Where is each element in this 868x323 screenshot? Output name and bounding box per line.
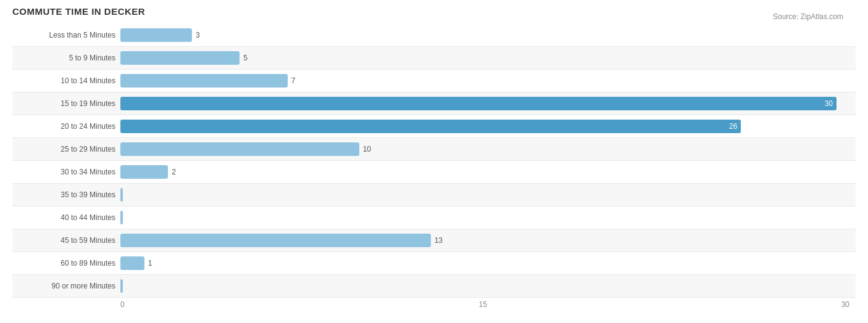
bar-fill: [120, 256, 144, 270]
bar-track: [120, 275, 856, 297]
bar-row: 45 to 59 Minutes13: [12, 229, 856, 252]
bar-track: 26: [120, 115, 856, 137]
bar-value: 26: [729, 122, 737, 131]
chart-title: COMMUTE TIME IN DECKER: [12, 6, 856, 17]
bar-row: 20 to 24 Minutes26: [12, 115, 856, 138]
bar-track: 13: [120, 229, 856, 251]
bar-value: 7: [291, 76, 296, 85]
bar-label: 90 or more Minutes: [12, 282, 120, 290]
bar-row: 35 to 39 Minutes: [12, 184, 856, 206]
bar-row: 40 to 44 Minutes: [12, 206, 856, 229]
bar-label: Less than 5 Minutes: [12, 31, 120, 39]
bar-row: 90 or more Minutes: [12, 275, 856, 298]
bar-row: 25 to 29 Minutes10: [12, 138, 856, 161]
x-axis-label: 0: [120, 300, 125, 309]
bar-track: [120, 206, 856, 229]
bar-label: 40 to 44 Minutes: [12, 213, 120, 222]
bar-track: 2: [120, 161, 856, 183]
bar-value: 2: [172, 168, 176, 176]
bar-fill: [120, 188, 123, 202]
source-label: Source: ZipAtlas.com: [773, 12, 843, 21]
bar-track: [120, 184, 856, 206]
bar-row: 10 to 14 Minutes7: [12, 70, 856, 92]
bar-fill: [120, 279, 123, 293]
bar-row: 30 to 34 Minutes2: [12, 161, 856, 184]
bar-fill: 30: [120, 97, 837, 110]
bar-track: 1: [120, 252, 856, 274]
bar-value: 30: [825, 99, 833, 108]
bar-value: 13: [435, 236, 443, 245]
bar-row: 15 to 19 Minutes30: [12, 92, 856, 115]
bar-value: 3: [196, 31, 200, 39]
bar-track: 30: [120, 92, 856, 115]
bar-fill: [120, 142, 359, 156]
bar-fill: [120, 211, 123, 224]
x-axis: 01530: [120, 298, 849, 309]
bar-label: 25 to 29 Minutes: [12, 145, 120, 153]
bar-value: 5: [243, 54, 248, 62]
bar-fill: [120, 28, 192, 42]
bar-fill: [120, 74, 288, 88]
bar-label: 5 to 9 Minutes: [12, 54, 120, 62]
x-axis-label: 30: [841, 300, 849, 309]
bar-track: 7: [120, 70, 856, 92]
bar-value: 10: [363, 145, 371, 153]
bar-label: 30 to 34 Minutes: [12, 168, 120, 176]
bar-track: 5: [120, 47, 856, 69]
bar-track: 10: [120, 138, 856, 160]
bar-label: 10 to 14 Minutes: [12, 76, 120, 85]
bar-track: 3: [120, 24, 856, 46]
bar-label: 35 to 39 Minutes: [12, 190, 120, 199]
bar-fill: 26: [120, 120, 741, 133]
chart-area: Less than 5 Minutes35 to 9 Minutes510 to…: [12, 24, 856, 298]
bar-value: 1: [148, 259, 152, 268]
bar-label: 15 to 19 Minutes: [12, 99, 120, 108]
bar-row: 5 to 9 Minutes5: [12, 47, 856, 70]
bar-fill: [120, 234, 431, 247]
bar-label: 60 to 89 Minutes: [12, 259, 120, 268]
bar-label: 45 to 59 Minutes: [12, 236, 120, 245]
bar-fill: [120, 51, 240, 65]
x-axis-label: 15: [478, 300, 486, 309]
bar-fill: [120, 165, 168, 179]
bar-label: 20 to 24 Minutes: [12, 122, 120, 131]
bar-row: 60 to 89 Minutes1: [12, 252, 856, 275]
bar-row: Less than 5 Minutes3: [12, 24, 856, 47]
